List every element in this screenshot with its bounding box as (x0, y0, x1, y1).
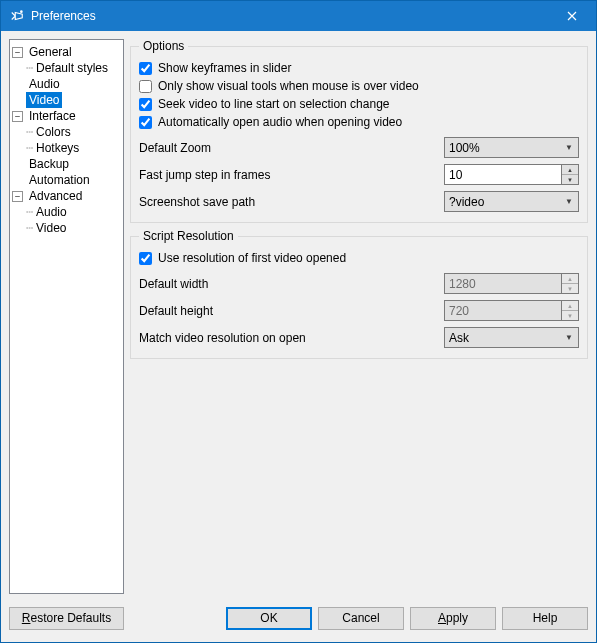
spin-up-icon[interactable]: ▲ (562, 165, 578, 175)
collapse-icon[interactable]: − (12, 191, 23, 202)
only-visual-check[interactable]: Only show visual tools when mouse is ove… (139, 77, 579, 95)
fast-jump-label: Fast jump step in frames (139, 168, 444, 182)
seek-video-checkbox[interactable] (139, 98, 152, 111)
spin-up-icon: ▲ (562, 274, 578, 284)
match-resolution-combo[interactable]: Ask ▼ (444, 327, 579, 348)
match-resolution-row: Match video resolution on open Ask ▼ (139, 327, 579, 348)
use-first-resolution-check[interactable]: Use resolution of first video opened (139, 249, 579, 267)
cancel-button[interactable]: Cancel (318, 607, 404, 630)
titlebar: Preferences (1, 1, 596, 31)
default-height-label: Default height (139, 304, 444, 318)
spin-up-icon: ▲ (562, 301, 578, 311)
chevron-down-icon: ▼ (565, 197, 576, 206)
ok-button[interactable]: OK (226, 607, 312, 630)
default-zoom-row: Default Zoom 100% ▼ (139, 137, 579, 158)
auto-open-audio-checkbox[interactable] (139, 116, 152, 129)
tree-audio[interactable]: Audio (12, 76, 121, 92)
preferences-window: Preferences −General ┄Default styles Aud… (0, 0, 597, 643)
tree-interface[interactable]: −Interface (12, 108, 121, 124)
tree-adv-audio[interactable]: ┄Audio (12, 204, 121, 220)
tree-automation[interactable]: Automation (12, 172, 121, 188)
default-height-input: 720 (444, 300, 562, 321)
screenshot-path-combo[interactable]: ?video ▼ (444, 191, 579, 212)
tree-adv-video[interactable]: ┄Video (12, 220, 121, 236)
body: −General ┄Default styles Audio Video −In… (1, 31, 596, 602)
script-resolution-group: Script Resolution Use resolution of firs… (130, 229, 588, 359)
chevron-down-icon: ▼ (565, 143, 576, 152)
content-panel: Options Show keyframes in slider Only sh… (130, 39, 588, 594)
default-height-spinner: ▲▼ (562, 300, 579, 321)
restore-defaults-button[interactable]: Restore Defaults (9, 607, 124, 630)
options-group: Options Show keyframes in slider Only sh… (130, 39, 588, 223)
tree-video[interactable]: Video (12, 92, 121, 108)
spin-down-icon: ▼ (562, 284, 578, 293)
apply-button[interactable]: Apply (410, 607, 496, 630)
match-resolution-label: Match video resolution on open (139, 331, 444, 345)
tree-advanced[interactable]: −Advanced (12, 188, 121, 204)
script-resolution-legend: Script Resolution (139, 229, 238, 243)
use-first-resolution-checkbox[interactable] (139, 252, 152, 265)
collapse-icon[interactable]: − (12, 47, 23, 58)
spin-down-icon[interactable]: ▼ (562, 175, 578, 184)
default-height-row: Default height 720 ▲▼ (139, 300, 579, 321)
window-title: Preferences (31, 9, 549, 23)
default-width-spinner: ▲▼ (562, 273, 579, 294)
default-zoom-combo[interactable]: 100% ▼ (444, 137, 579, 158)
screenshot-path-row: Screenshot save path ?video ▼ (139, 191, 579, 212)
footer: Restore Defaults OK Cancel Apply Help (1, 602, 596, 642)
show-keyframes-checkbox[interactable] (139, 62, 152, 75)
close-button[interactable] (549, 2, 594, 30)
category-tree[interactable]: −General ┄Default styles Audio Video −In… (9, 39, 124, 594)
default-width-row: Default width 1280 ▲▼ (139, 273, 579, 294)
chevron-down-icon: ▼ (565, 333, 576, 342)
tree-backup[interactable]: Backup (12, 156, 121, 172)
fast-jump-row: Fast jump step in frames 10 ▲▼ (139, 164, 579, 185)
seek-video-check[interactable]: Seek video to line start on selection ch… (139, 95, 579, 113)
screenshot-path-label: Screenshot save path (139, 195, 444, 209)
tree-hotkeys[interactable]: ┄Hotkeys (12, 140, 121, 156)
app-icon (9, 8, 25, 24)
default-width-input: 1280 (444, 273, 562, 294)
fast-jump-spinner[interactable]: ▲▼ (562, 164, 579, 185)
only-visual-checkbox[interactable] (139, 80, 152, 93)
tree-colors[interactable]: ┄Colors (12, 124, 121, 140)
help-button[interactable]: Help (502, 607, 588, 630)
default-width-label: Default width (139, 277, 444, 291)
fast-jump-input[interactable]: 10 (444, 164, 562, 185)
tree-default-styles[interactable]: ┄Default styles (12, 60, 121, 76)
spin-down-icon: ▼ (562, 311, 578, 320)
collapse-icon[interactable]: − (12, 111, 23, 122)
options-legend: Options (139, 39, 188, 53)
tree-general[interactable]: −General (12, 44, 121, 60)
svg-point-0 (20, 10, 23, 13)
auto-open-audio-check[interactable]: Automatically open audio when opening vi… (139, 113, 579, 131)
default-zoom-label: Default Zoom (139, 141, 444, 155)
show-keyframes-check[interactable]: Show keyframes in slider (139, 59, 579, 77)
